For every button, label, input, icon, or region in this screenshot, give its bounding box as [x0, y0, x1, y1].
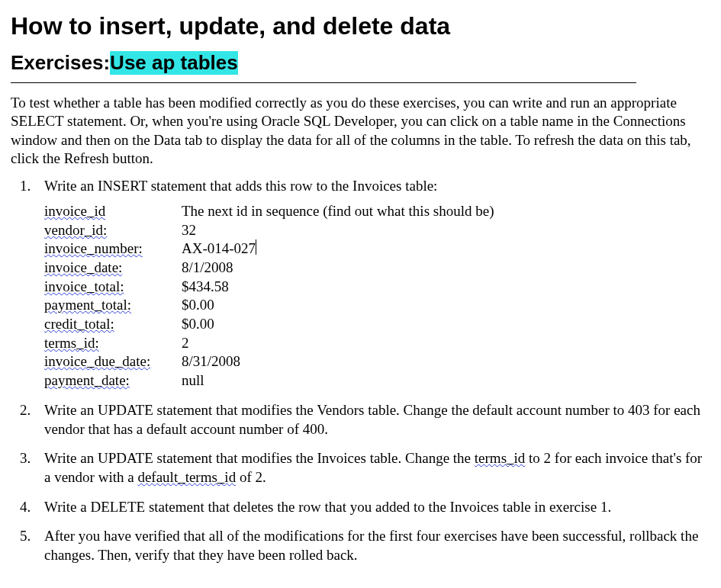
exercise-4: Write a DELETE statement that deletes th… — [20, 498, 710, 517]
exercise-3-text-a: Write an UPDATE statement that modifies … — [44, 450, 475, 466]
page-title: How to insert, update, and delete data — [11, 12, 710, 40]
field-row: payment_total: $0.00 — [44, 296, 710, 315]
exercise-1: Write an INSERT statement that adds this… — [20, 177, 710, 390]
field-row: vendor_id: 32 — [44, 221, 710, 240]
field-row: invoice_total: $434.58 — [44, 278, 710, 297]
exercise-1-text: Write an INSERT statement that adds this… — [44, 178, 437, 194]
field-row: invoice_due_date: 8/31/2008 — [44, 352, 710, 371]
default-terms-id-term: default_terms_id — [137, 468, 236, 487]
field-value: $434.58 — [182, 278, 229, 297]
field-value: The next id in sequence (find out what t… — [182, 202, 494, 221]
exercise-3-text-e: of 2. — [236, 469, 266, 485]
field-value: 32 — [182, 221, 196, 240]
field-value: $0.00 — [182, 315, 214, 334]
field-name: invoice_due_date: — [44, 352, 150, 371]
intro-paragraph: To test whether a table has been modifie… — [11, 94, 706, 168]
terms-id-term: terms_id — [475, 449, 526, 468]
field-row: invoice_date: 8/1/2008 — [44, 259, 710, 278]
field-name: invoice_id — [44, 202, 105, 221]
field-name: invoice_total: — [44, 278, 124, 297]
text-cursor — [256, 239, 256, 255]
field-value: null — [182, 371, 204, 390]
field-name: payment_date: — [44, 371, 130, 390]
field-name: invoice_date: — [44, 259, 122, 278]
subtitle: Exercises: Use ap tables — [11, 51, 636, 76]
field-row: invoice_id The next id in sequence (find… — [44, 202, 710, 221]
field-value: 8/31/2008 — [182, 352, 240, 371]
field-value: $0.00 — [182, 296, 214, 315]
field-name: payment_total: — [44, 296, 131, 315]
exercise-3: Write an UPDATE statement that modifies … — [20, 449, 710, 487]
field-row: terms_id: 2 — [44, 334, 710, 353]
field-row: payment_date: null — [44, 371, 710, 390]
subtitle-highlight: Use ap tables — [110, 51, 238, 75]
field-value: 8/1/2008 — [182, 259, 233, 278]
field-name: credit_total: — [44, 315, 114, 334]
field-name: invoice_number: — [44, 239, 143, 259]
exercise-list: Write an INSERT statement that adds this… — [11, 177, 710, 564]
field-name: vendor_id: — [44, 221, 107, 240]
field-value: 2 — [182, 334, 189, 353]
exercise-1-fields: invoice_id The next id in sequence (find… — [44, 202, 710, 390]
field-value: AX-014-027 — [182, 239, 256, 259]
subtitle-prefix: Exercises: — [11, 51, 110, 75]
exercise-5: After you have verified that all of the … — [20, 527, 710, 564]
field-name: terms_id: — [44, 334, 99, 353]
field-row: invoice_number: AX-014-027 — [44, 239, 710, 259]
field-row: credit_total: $0.00 — [44, 315, 710, 334]
exercise-2: Write an UPDATE statement that modifies … — [20, 401, 710, 439]
